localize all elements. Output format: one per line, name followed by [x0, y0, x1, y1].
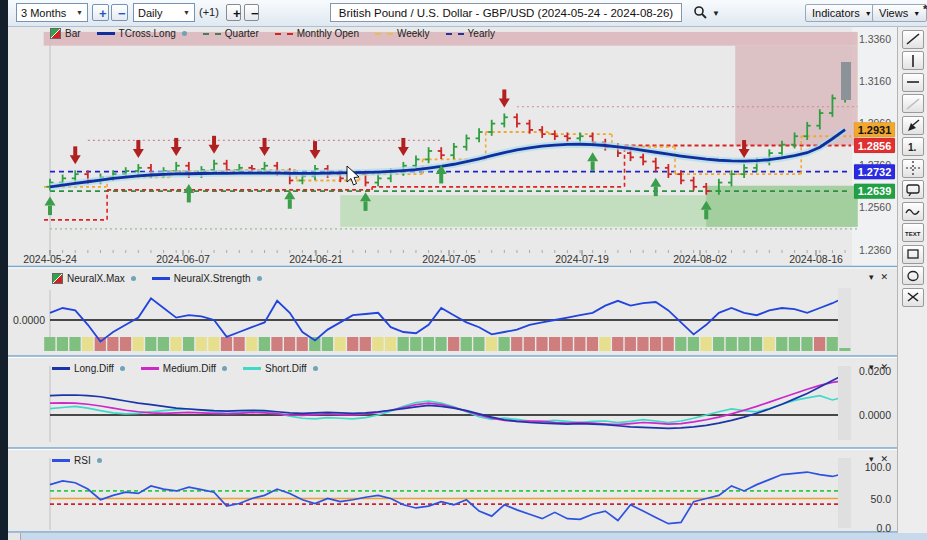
line-swatch-icon	[243, 367, 261, 370]
trend-line-disabled-tool-icon	[904, 96, 922, 112]
legend-item-monthly-open[interactable]: Monthly Open	[275, 28, 359, 39]
collapse-panel-button[interactable]: ▾	[869, 272, 874, 282]
indicators-menu-button[interactable]: Indicators ▼	[805, 4, 879, 22]
legend-label: NeuralX.Strength	[174, 273, 251, 284]
legend-item-tcross-long[interactable]: TCross.Long	[97, 28, 187, 39]
legend-label: Weekly	[397, 28, 430, 39]
close-tool-icon	[904, 289, 922, 305]
info-dot-icon[interactable]	[120, 366, 125, 371]
trading-app: 2024-05-242024-06-072024-06-212024-07-05…	[0, 0, 927, 540]
main-chart-legend: BarTCross.LongQuarterMonthly OpenWeeklyY…	[50, 27, 495, 40]
horizontal-line-tool[interactable]	[902, 73, 924, 92]
remove-bar-button[interactable]: −	[244, 4, 259, 21]
legend-item-yearly[interactable]: Yearly	[446, 28, 495, 39]
callout-tool[interactable]	[902, 180, 924, 199]
close-panel-button[interactable]: ✕	[881, 362, 889, 372]
wave-tool[interactable]	[902, 202, 924, 221]
symbol-title-input[interactable]: British Pound / U.S. Dollar - GBP/USD (2…	[330, 3, 682, 22]
trend-line-tool[interactable]	[902, 30, 924, 49]
wave-tool-icon	[904, 203, 922, 219]
close-panel-button[interactable]: ✕	[881, 272, 889, 282]
legend-item-short-diff[interactable]: Short.Diff	[243, 363, 318, 374]
svg-text:1.2360: 1.2360	[859, 244, 891, 256]
svg-text:TEXT: TEXT	[905, 231, 921, 237]
scrollbar-corner-chip	[8, 533, 21, 540]
chevron-down-icon: ▼	[72, 9, 83, 16]
legend-label: Long.Diff	[74, 363, 114, 374]
rsi-panel-controls: ▾ ✕	[869, 454, 888, 464]
indicators-menu-label: Indicators	[812, 7, 860, 19]
rectangle-tool-icon	[904, 246, 922, 262]
period-select-value: Daily	[138, 7, 162, 19]
legend-item-bar[interactable]: Bar	[50, 28, 81, 39]
svg-text:1.3360: 1.3360	[859, 33, 891, 45]
left-edge-strip	[0, 0, 8, 540]
legend-item-neuralx-strength[interactable]: NeuralX.Strength	[152, 273, 262, 284]
text-tool[interactable]: TEXT	[902, 223, 924, 242]
line-swatch-icon	[52, 367, 70, 370]
legend-item-neuralx-max[interactable]: NeuralX.Max	[52, 273, 136, 284]
range-zoom-out-button[interactable]: −	[111, 4, 128, 21]
crosshair-tool[interactable]	[902, 159, 924, 178]
svg-text:1.2931: 1.2931	[858, 124, 892, 136]
number-note-tool[interactable]: 1.	[902, 137, 924, 156]
chart-canvas[interactable]: 2024-05-242024-06-072024-06-212024-07-05…	[0, 0, 927, 540]
dash-swatch-icon	[446, 33, 464, 35]
views-menu-button[interactable]: Views ▼	[872, 4, 927, 22]
range-zoom-in-button[interactable]: +	[92, 4, 109, 21]
search-button[interactable]	[687, 4, 705, 22]
dash-swatch-icon	[203, 33, 221, 35]
neural-panel-controls: ▾ ✕	[869, 272, 888, 282]
info-dot-icon[interactable]	[131, 276, 136, 281]
symbol-dropdown-button[interactable]: ▼	[706, 4, 719, 22]
info-dot-icon[interactable]	[182, 31, 187, 36]
svg-text:1.2732: 1.2732	[858, 166, 892, 178]
crosshair-tool-icon	[904, 160, 922, 176]
close-panel-button[interactable]: ✕	[881, 454, 889, 464]
horizontal-scrollbar[interactable]	[8, 533, 927, 540]
vertical-line-tool[interactable]	[902, 51, 924, 70]
chevron-down-icon: ▼	[865, 10, 872, 17]
close-tool[interactable]	[902, 288, 924, 307]
bar-swatch-icon	[52, 273, 63, 284]
drawing-tools-sidebar: 1.TEXT	[897, 27, 927, 540]
ellipse-tool-icon	[904, 268, 922, 284]
collapse-panel-button[interactable]: ▾	[869, 362, 874, 372]
legend-item-rsi[interactable]: RSI	[52, 455, 102, 466]
arrow-marker-tool[interactable]	[902, 116, 924, 135]
svg-text:1.2560: 1.2560	[859, 201, 891, 213]
trend-line-disabled-tool[interactable]	[902, 94, 924, 113]
period-select[interactable]: Daily ▼	[133, 3, 195, 22]
info-dot-icon[interactable]	[313, 366, 318, 371]
search-icon	[693, 5, 707, 19]
info-dot-icon[interactable]	[97, 458, 102, 463]
range-select-value: 3 Months	[21, 7, 66, 19]
overflow-indicator: *	[923, 3, 927, 15]
svg-text:2024-06-07: 2024-06-07	[156, 253, 210, 265]
svg-text:1.: 1.	[908, 142, 917, 153]
line-swatch-icon	[141, 367, 159, 370]
legend-label: Medium.Diff	[163, 363, 216, 374]
chevron-down-icon: ▼	[179, 9, 190, 16]
info-dot-icon[interactable]	[257, 276, 262, 281]
legend-item-quarter[interactable]: Quarter	[203, 28, 259, 39]
legend-item-weekly[interactable]: Weekly	[375, 28, 430, 39]
diff-panel-legend: Long.DiffMedium.DiffShort.Diff	[52, 362, 318, 375]
line-swatch-icon	[52, 459, 70, 462]
legend-label: Short.Diff	[265, 363, 307, 374]
svg-text:2024-05-24: 2024-05-24	[23, 253, 77, 265]
dash-swatch-icon	[275, 33, 293, 35]
legend-label: Monthly Open	[297, 28, 359, 39]
number-note-tool-icon: 1.	[904, 139, 922, 155]
ellipse-tool[interactable]	[902, 266, 924, 285]
add-bar-button[interactable]: +	[226, 4, 241, 21]
legend-item-medium-diff[interactable]: Medium.Diff	[141, 363, 227, 374]
rectangle-tool[interactable]	[902, 245, 924, 264]
legend-label: Yearly	[468, 28, 495, 39]
range-select[interactable]: 3 Months ▼	[16, 3, 88, 22]
legend-item-long-diff[interactable]: Long.Diff	[52, 363, 125, 374]
collapse-panel-button[interactable]: ▾	[869, 454, 874, 464]
svg-text:2024-08-02: 2024-08-02	[673, 253, 727, 265]
text-tool-icon: TEXT	[904, 225, 922, 241]
info-dot-icon[interactable]	[222, 366, 227, 371]
